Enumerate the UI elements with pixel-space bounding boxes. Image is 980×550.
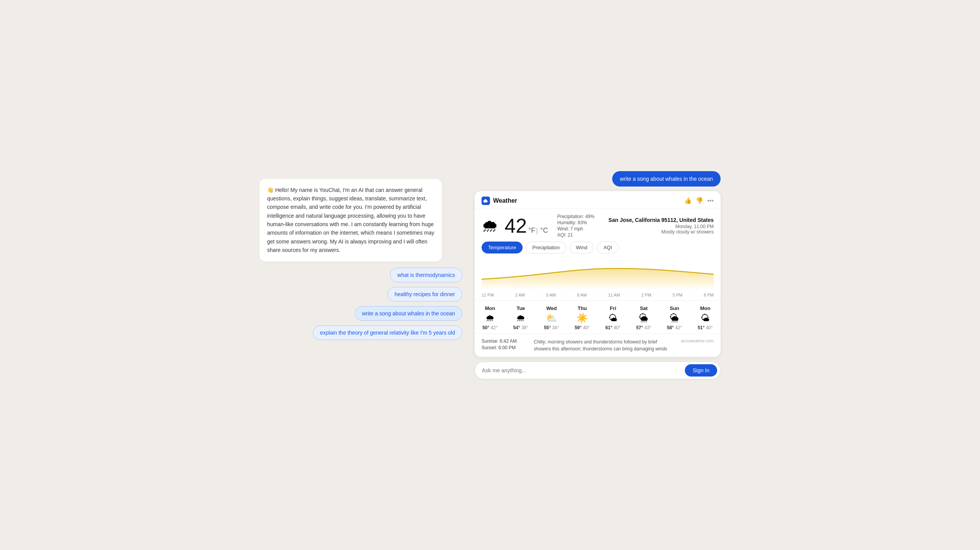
more-options-icon[interactable]: •••	[707, 197, 714, 204]
chat-panel: 👋 Hello! My name is YouChat, I'm an AI t…	[259, 171, 462, 348]
current-weather-icon: 🌧	[482, 217, 498, 234]
forecast-temps-0: 50° 42°	[482, 325, 498, 330]
weather-source: accuweather.com	[681, 338, 714, 352]
chart-label-7: 8 PM	[704, 293, 714, 297]
weather-summary: 🌧 42 °F | °C Precipitation: 49% Humidity…	[475, 208, 721, 242]
location-name: San Jose, California 95112, United State…	[608, 217, 714, 223]
tab-temperature[interactable]: Temperature	[482, 242, 523, 253]
input-bar: Sign In	[475, 362, 721, 379]
forecast-temps-1: 54° 38°	[513, 325, 528, 330]
location-date: Monday, 11:00 PM	[608, 224, 714, 229]
user-message-whales[interactable]: write a song about whales in the ocean	[355, 306, 462, 321]
forecast-icon-1: 🌧	[516, 313, 525, 323]
chart-label-6: 5 PM	[673, 293, 683, 297]
forecast-temps-7: 51° 40°	[698, 325, 713, 330]
wind-detail: Wind: 7 mph	[557, 226, 602, 232]
weather-card: Weather 👍 👎 ••• 🌧 42 °F | °C Prec	[475, 191, 721, 357]
forecast-temps-6: 58° 42°	[667, 325, 682, 330]
forecast-day-thu: Thu ☀️ 59° 40°	[567, 305, 598, 330]
temperature-chart	[475, 258, 721, 293]
forecast-icon-0: 🌧	[485, 313, 495, 323]
location-info: San Jose, California 95112, United State…	[608, 217, 714, 235]
forecast-icon-7: 🌤	[701, 313, 710, 323]
weather-title-row: Weather	[482, 197, 517, 205]
forecast-day-mon1: Mon 🌧 50° 42°	[475, 305, 505, 330]
forecast-day-name-4: Fri	[610, 305, 616, 311]
weather-badge-icon	[482, 197, 490, 205]
forecast-day-name-5: Sat	[640, 305, 648, 311]
sunset-time: Sunset: 6:00 PM	[482, 345, 528, 350]
forecast-day-name-7: Mon	[700, 305, 711, 311]
thumbs-down-icon[interactable]: 👎	[696, 197, 703, 204]
forecast-temps-4: 61° 40°	[605, 325, 621, 330]
ai-greeting-bubble: 👋 Hello! My name is YouChat, I'm an AI t…	[259, 179, 442, 262]
weather-footer: Sunrise: 6:42 AM Sunset: 6:00 PM Chilly;…	[475, 333, 721, 357]
tab-precipitation[interactable]: Precipitation	[526, 242, 566, 253]
forecast-icon-2: ⛅	[546, 313, 557, 323]
tab-aqi[interactable]: AQI	[597, 242, 618, 253]
forecast-icon-3: ☀️	[576, 313, 588, 323]
temp-separator: |	[536, 227, 538, 235]
humidity-detail: Humidity: 83%	[557, 220, 602, 225]
temp-unit-f[interactable]: °F	[528, 227, 535, 235]
forecast-temps-2: 55° 34°	[544, 325, 559, 330]
forecast-day-sat: Sat 🌦 57° 43°	[628, 305, 659, 330]
weather-card-actions: 👍 👎 •••	[684, 197, 714, 204]
temperature-display: 42 °F | °C	[505, 216, 548, 236]
weather-details: Precipitation: 49% Humidity: 83% Wind: 7…	[557, 214, 602, 238]
forecast-day-sun: Sun 🌦 58° 42°	[659, 305, 690, 330]
precipitation-detail: Precipitation: 49%	[557, 214, 602, 219]
sunrise-time: Sunrise: 6:42 AM	[482, 338, 528, 344]
forecast-row: Mon 🌧 50° 42° Tue 🌧 54° 38° Wed ⛅ 55° 34…	[475, 300, 721, 333]
chart-x-labels: 11 PM 2 AM 5 AM 8 AM 11 AM 2 PM 5 PM 8 P…	[475, 293, 721, 300]
forecast-temps-3: 59° 40°	[575, 325, 590, 330]
forecast-icon-5: 🌦	[639, 313, 648, 323]
sunrise-sunset: Sunrise: 6:42 AM Sunset: 6:00 PM	[482, 338, 528, 352]
forecast-day-wed: Wed ⛅ 55° 34°	[536, 305, 567, 330]
cloud-icon	[483, 198, 488, 203]
weather-card-header: Weather 👍 👎 •••	[475, 191, 721, 208]
forecast-temps-5: 57° 43°	[636, 325, 651, 330]
user-message-recipes[interactable]: healthy recipes for dinner	[387, 287, 462, 302]
forecast-day-name-1: Tue	[517, 305, 525, 311]
location-condition: Mostly cloudy w/ showers	[608, 229, 714, 235]
forecast-day-name-3: Thu	[578, 305, 587, 311]
forecast-day-name-6: Sun	[670, 305, 679, 311]
forecast-day-fri: Fri 🌤 61° 40°	[598, 305, 628, 330]
ai-greeting-text: 👋 Hello! My name is YouChat, I'm an AI t…	[267, 187, 434, 253]
weather-description: Chilly; morning showers and thunderstorm…	[534, 338, 674, 352]
chart-label-2: 5 AM	[546, 293, 556, 297]
sign-in-button[interactable]: Sign In	[685, 364, 717, 377]
forecast-icon-4: 🌤	[608, 313, 618, 323]
user-message-relativity[interactable]: explain the theory of general relativity…	[313, 325, 462, 340]
forecast-day-name-2: Wed	[546, 305, 556, 311]
chart-label-4: 11 AM	[608, 293, 620, 297]
chart-label-0: 11 PM	[482, 293, 494, 297]
right-panel: write a song about whales in the ocean W…	[475, 171, 721, 379]
temp-unit-c[interactable]: °C	[540, 227, 548, 235]
forecast-icon-6: 🌦	[670, 313, 679, 323]
sent-message-bubble: write a song about whales in the ocean	[612, 171, 721, 187]
weather-title: Weather	[493, 197, 517, 204]
forecast-day-name-0: Mon	[485, 305, 495, 311]
tab-wind[interactable]: Wind	[570, 242, 594, 253]
weather-tabs: Temperature Precipitation Wind AQI	[475, 242, 721, 258]
chart-label-5: 2 PM	[641, 293, 651, 297]
chart-label-3: 8 AM	[577, 293, 587, 297]
chart-svg	[482, 258, 714, 289]
chat-input[interactable]	[482, 367, 685, 373]
aqi-detail: AQI: 21	[557, 232, 602, 238]
forecast-day-tue: Tue 🌧 54° 38°	[505, 305, 536, 330]
user-messages-list: what is thermodynamics healthy recipes f…	[259, 268, 462, 340]
thumbs-up-icon[interactable]: 👍	[684, 197, 692, 204]
forecast-day-mon2: Mon 🌤 51° 40°	[690, 305, 721, 330]
temperature-value: 42	[505, 216, 527, 236]
user-message-thermodynamics[interactable]: what is thermodynamics	[390, 268, 462, 282]
chart-label-1: 2 AM	[515, 293, 525, 297]
